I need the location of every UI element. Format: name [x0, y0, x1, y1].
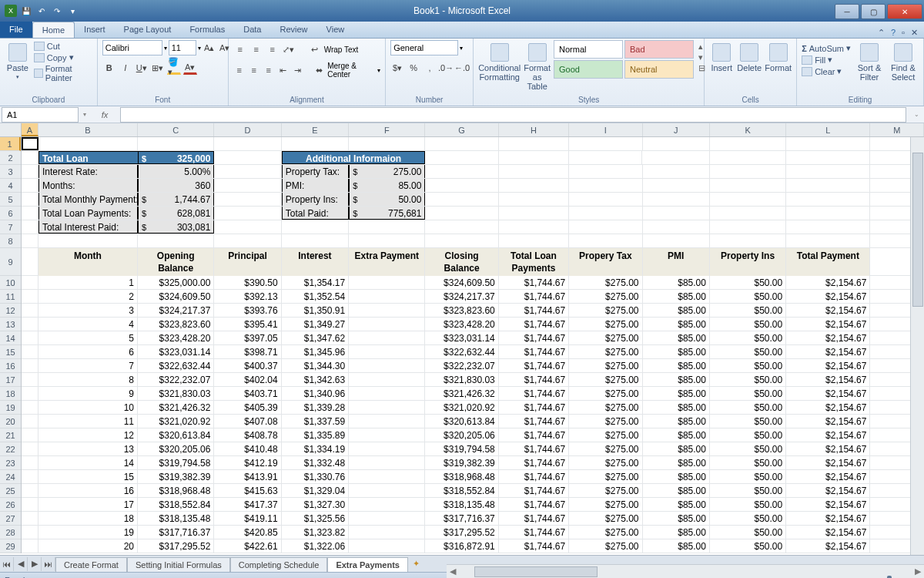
cell-F26[interactable]	[349, 498, 425, 511]
cell-G2[interactable]	[425, 151, 498, 164]
cell-B11[interactable]: 2	[38, 290, 138, 303]
cell-J26[interactable]: $85.00	[643, 498, 710, 511]
cell-H27[interactable]: $1,744.67	[499, 512, 569, 525]
sheet-nav-next-icon[interactable]: ▶	[28, 557, 42, 571]
cell-K14[interactable]: $50.00	[710, 331, 786, 344]
format-painter-button[interactable]: Format Painter	[34, 64, 92, 82]
cell-A27[interactable]	[22, 512, 38, 525]
cell-H5[interactable]	[499, 193, 569, 206]
cell-C23[interactable]: $319,794.58	[138, 456, 214, 469]
cell-E8[interactable]	[282, 234, 349, 247]
sheet-nav-first-icon[interactable]: ⏮	[0, 557, 14, 571]
cell-G12[interactable]: $323,823.60	[425, 304, 498, 317]
row-header-9[interactable]: 9	[0, 248, 21, 276]
row-header-13[interactable]: 13	[0, 318, 21, 331]
cell-A3[interactable]	[22, 165, 38, 178]
cell-J7[interactable]	[643, 220, 710, 234]
cell-A18[interactable]	[22, 387, 38, 400]
cell-J11[interactable]: $85.00	[643, 290, 710, 303]
cell-E21[interactable]: $1,335.89	[282, 428, 349, 442]
cell-A14[interactable]	[22, 331, 38, 344]
cell-G6[interactable]	[425, 207, 498, 220]
cell-I27[interactable]: $275.00	[569, 512, 642, 525]
sheet-nav-prev-icon[interactable]: ◀	[14, 557, 28, 571]
cell-E6[interactable]: Total Paid:	[282, 207, 349, 220]
cell-E4[interactable]: PMI:	[282, 179, 349, 192]
sort-filter-button[interactable]: Sort & Filter	[854, 40, 885, 82]
cell-I28[interactable]: $275.00	[569, 526, 642, 539]
sheet-tab-create-format[interactable]: Create Format	[55, 557, 127, 572]
tab-review[interactable]: Review	[270, 22, 316, 38]
cell-A6[interactable]	[22, 207, 38, 220]
cell-I10[interactable]: $275.00	[569, 276, 642, 289]
col-header-C[interactable]: C	[138, 123, 214, 136]
cell-C22[interactable]: $320,205.06	[138, 442, 214, 455]
cell-J6[interactable]	[643, 207, 710, 220]
cell-B7[interactable]: Total Interest Paid:	[38, 220, 138, 234]
cell-B29[interactable]: 20	[38, 539, 138, 553]
conditional-formatting-button[interactable]: Conditional Formatting	[478, 40, 521, 82]
window-close-icon[interactable]: ✕	[911, 28, 918, 38]
cell-C28[interactable]: $317,716.37	[138, 526, 214, 539]
cell-A11[interactable]	[22, 290, 38, 303]
row-header-5[interactable]: 5	[0, 193, 21, 207]
cell-I25[interactable]: $275.00	[569, 484, 642, 497]
percent-icon[interactable]: %	[407, 61, 420, 75]
row-header-21[interactable]: 21	[0, 428, 21, 442]
cell-E13[interactable]: $1,349.27	[282, 318, 349, 331]
window-restore-icon[interactable]: ▫	[902, 28, 905, 38]
cell-J15[interactable]: $85.00	[643, 345, 710, 358]
cell-F28[interactable]	[349, 526, 425, 539]
cell-B21[interactable]: 12	[38, 428, 138, 442]
cell-L9[interactable]: Total Payment	[786, 248, 870, 276]
cell-C15[interactable]: $323,031.14	[138, 345, 214, 358]
cell-B6[interactable]: Total Loan Payments:	[38, 207, 138, 220]
cell-A24[interactable]	[22, 470, 38, 483]
save-icon[interactable]: 💾	[20, 5, 32, 17]
cell-L8[interactable]	[786, 234, 870, 247]
cell-B13[interactable]: 4	[38, 318, 138, 331]
cell-I14[interactable]: $275.00	[569, 331, 642, 344]
cell-D6[interactable]	[214, 207, 281, 220]
cell-F24[interactable]	[349, 470, 425, 483]
cell-D25[interactable]: $415.63	[214, 484, 281, 497]
cell-D5[interactable]	[214, 193, 281, 206]
cell-H6[interactable]	[499, 207, 569, 220]
cell-G8[interactable]	[425, 234, 498, 247]
cell-D20[interactable]: $407.08	[214, 415, 281, 428]
cell-H29[interactable]: $1,744.67	[499, 539, 569, 553]
cell-D21[interactable]: $408.78	[214, 428, 281, 442]
cell-D7[interactable]	[214, 220, 281, 234]
cell-A23[interactable]	[22, 456, 38, 469]
cell-L12[interactable]: $2,154.67	[786, 304, 870, 317]
cell-A2[interactable]	[22, 151, 38, 164]
align-bottom-icon[interactable]: ≡	[266, 42, 280, 56]
row-header-26[interactable]: 26	[0, 498, 21, 512]
cell-F4[interactable]: $85.00	[349, 179, 425, 192]
cell-B2[interactable]: Total Loan	[38, 151, 138, 164]
number-format-select[interactable]	[390, 40, 458, 55]
cell-K3[interactable]	[710, 165, 786, 178]
cell-J2[interactable]	[642, 151, 709, 164]
cell-K12[interactable]: $50.00	[710, 304, 786, 317]
align-top-icon[interactable]: ≡	[233, 42, 247, 56]
row-header-8[interactable]: 8	[0, 234, 21, 248]
cell-B23[interactable]: 14	[38, 456, 138, 469]
cell-J20[interactable]: $85.00	[643, 415, 710, 428]
cell-H18[interactable]: $1,744.67	[499, 387, 569, 400]
cell-E7[interactable]	[282, 220, 349, 234]
cell-E25[interactable]: $1,329.04	[282, 484, 349, 497]
cell-B1[interactable]	[38, 137, 138, 150]
cell-D24[interactable]: $413.91	[214, 470, 281, 483]
row-header-14[interactable]: 14	[0, 331, 21, 345]
cell-G7[interactable]	[425, 220, 498, 234]
dec-decimal-icon[interactable]: ←.0	[455, 61, 469, 75]
cell-C27[interactable]: $318,135.48	[138, 512, 214, 525]
row-header-7[interactable]: 7	[0, 220, 21, 234]
tab-formulas[interactable]: Formulas	[180, 22, 234, 38]
clear-button[interactable]: Clear ▾	[802, 66, 851, 76]
cell-L14[interactable]: $2,154.67	[786, 331, 870, 344]
cell-H20[interactable]: $1,744.67	[499, 415, 569, 428]
cell-H9[interactable]: Total Loan Payments	[499, 248, 569, 276]
cell-C2[interactable]: $325,000	[138, 151, 214, 164]
